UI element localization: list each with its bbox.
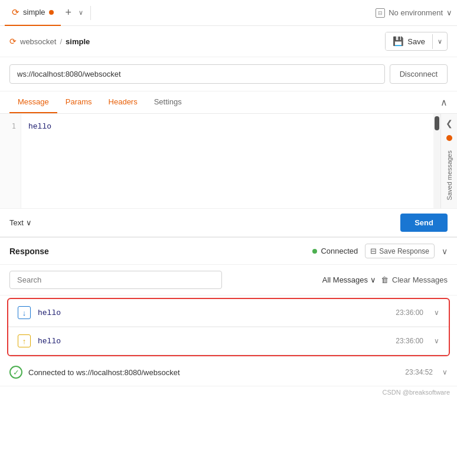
env-chevron: ∨ (446, 8, 452, 17)
env-icon: ⊟ (376, 8, 385, 18)
tab-bar: ⟳ simple + ∨ ⊟ No environment ∨ (0, 0, 457, 26)
received-arrow-icon: ↓ (18, 306, 31, 319)
response-search-bar: All Messages ∨ 🗑 Clear Messages (0, 265, 457, 296)
editor-textarea[interactable]: hello (21, 114, 433, 208)
watermark: CSDN @breaksoftware (0, 386, 457, 398)
text-format-chevron: ∨ (26, 218, 32, 227)
save-label: Save (407, 37, 425, 46)
tabs-chevron[interactable]: ∨ (76, 9, 86, 17)
send-button[interactable]: Send (400, 214, 448, 232)
editor-scroll-thumb (435, 116, 439, 130)
sent-arrow-icon: ↑ (18, 334, 31, 347)
tab-params[interactable]: Params (57, 91, 100, 113)
search-input[interactable] (9, 271, 222, 289)
env-label: No environment (389, 8, 443, 17)
breadcrumb-icon: ⟳ (9, 37, 17, 46)
websocket-tab-icon: ⟳ (12, 7, 19, 18)
add-tab-button[interactable]: + (61, 6, 77, 19)
response-section: Response Connected ⊟ Save Response ∨ All… (0, 237, 457, 386)
status-time: 23:34:52 (405, 368, 433, 376)
editor-scrollbar[interactable] (433, 114, 440, 208)
save-button[interactable]: 💾 Save (386, 32, 432, 50)
breadcrumb: ⟳ websocket / simple (9, 37, 90, 46)
connected-badge: Connected (312, 247, 358, 255)
line-numbers: 1 (0, 114, 21, 208)
text-format-label: Text (9, 218, 24, 227)
save-response-button[interactable]: ⊟ Save Response (365, 244, 435, 258)
message-editor: 1 hello ❮ Saved messages Text ∨ Send (0, 114, 457, 237)
saved-messages-dot (446, 135, 452, 141)
line-number-1: 1 (5, 121, 16, 132)
connected-label: Connected (321, 247, 358, 255)
saved-messages-panel[interactable]: ❮ Saved messages (440, 114, 457, 208)
tab-headers[interactable]: Headers (100, 91, 146, 113)
connection-status-row[interactable]: ✓ Connected to ws://localhost:8080/webso… (0, 359, 457, 386)
highlighted-messages-group: ↓ hello 23:36:00 ∨ ↑ hello 23:36:00 ∨ (7, 298, 450, 356)
tab-simple[interactable]: ⟳ simple (5, 0, 61, 26)
messages-list: ↓ hello 23:36:00 ∨ ↑ hello 23:36:00 ∨ ✓ … (0, 298, 457, 386)
environment-selector[interactable]: ⊟ No environment ∨ (376, 8, 452, 18)
filter-label: All Messages (322, 275, 368, 284)
response-collapse-button[interactable]: ∨ (442, 247, 448, 256)
tab-divider (90, 6, 91, 20)
disconnect-button[interactable]: Disconnect (390, 64, 448, 84)
clear-icon: 🗑 (381, 275, 389, 284)
sent-expand-button[interactable]: ∨ (434, 337, 439, 345)
url-input[interactable] (9, 64, 385, 84)
editor-inner: 1 hello ❮ Saved messages (0, 114, 457, 208)
tab-unsaved-dot (49, 10, 54, 15)
breadcrumb-parent[interactable]: websocket (20, 37, 56, 46)
response-header: Response Connected ⊟ Save Response ∨ (0, 238, 457, 265)
save-response-label: Save Response (379, 247, 429, 255)
tab-settings[interactable]: Settings (146, 91, 190, 113)
message-row-sent[interactable]: ↑ hello 23:36:00 ∨ (8, 327, 449, 355)
connected-dot (312, 249, 317, 254)
side-panel-arrow[interactable]: ❮ (446, 119, 453, 128)
save-icon: 💾 (393, 36, 404, 47)
response-title: Response (9, 247, 49, 256)
tab-message[interactable]: Message (9, 91, 57, 113)
sent-message-text: hello (38, 337, 389, 346)
editor-footer: Text ∨ Send (0, 208, 457, 237)
saved-messages-label[interactable]: Saved messages (446, 150, 453, 200)
message-tabs: Message Params Headers Settings ∧ (0, 91, 457, 114)
status-expand-button[interactable]: ∨ (442, 368, 448, 376)
status-check-icon: ✓ (9, 366, 22, 379)
url-bar: Disconnect (0, 57, 457, 91)
save-dropdown-button[interactable]: ∨ (432, 34, 447, 49)
sent-message-time: 23:36:00 (396, 337, 423, 345)
tab-label: simple (23, 8, 45, 17)
messages-filter-dropdown[interactable]: All Messages ∨ (322, 275, 376, 284)
save-button-group[interactable]: 💾 Save ∨ (385, 32, 448, 51)
received-message-text: hello (38, 308, 389, 317)
breadcrumb-bar: ⟳ websocket / simple 💾 Save ∨ (0, 26, 457, 57)
status-text: Connected to ws://localhost:8080/websock… (28, 368, 180, 377)
filter-chevron: ∨ (370, 275, 376, 284)
clear-label: Clear Messages (392, 275, 448, 284)
text-format-dropdown[interactable]: Text ∨ (9, 218, 32, 227)
save-response-icon: ⊟ (370, 247, 377, 255)
tabs-collapse-button[interactable]: ∧ (440, 97, 448, 108)
breadcrumb-current: simple (66, 37, 90, 46)
breadcrumb-sep: / (60, 37, 62, 46)
received-message-time: 23:36:00 (396, 308, 423, 317)
clear-messages-button[interactable]: 🗑 Clear Messages (381, 275, 448, 284)
message-row-received[interactable]: ↓ hello 23:36:00 ∨ (8, 299, 449, 327)
received-expand-button[interactable]: ∨ (434, 308, 439, 317)
